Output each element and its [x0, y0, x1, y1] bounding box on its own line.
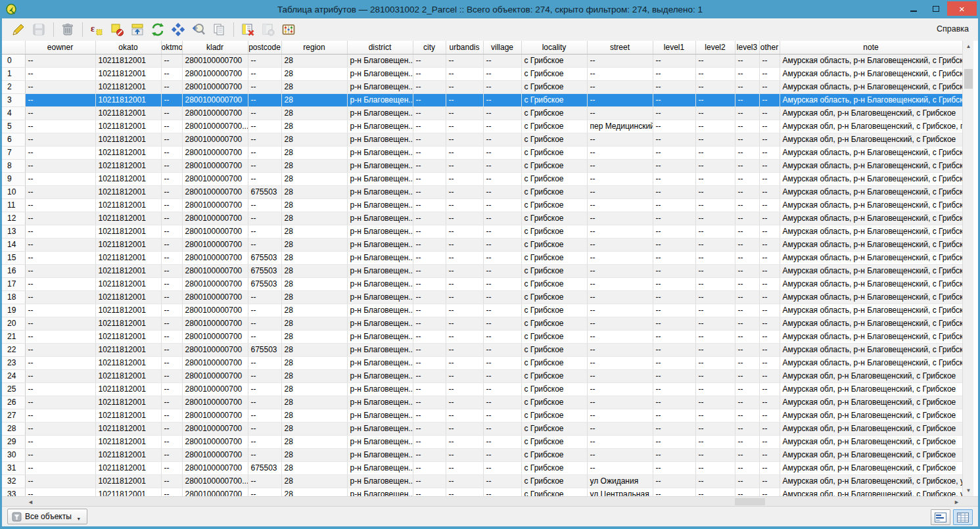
row-number[interactable]: 14: [2, 238, 25, 251]
cell[interactable]: 10211812001: [95, 343, 161, 356]
cell[interactable]: --: [695, 106, 735, 120]
cell[interactable]: с Грибское: [521, 277, 587, 290]
cell[interactable]: р-н Благовещен...: [347, 409, 413, 422]
cell[interactable]: --: [483, 317, 521, 330]
cell[interactable]: с Грибское: [521, 330, 587, 343]
cell[interactable]: --: [25, 435, 95, 448]
cell[interactable]: Амурская обл, р-н Благовещенский, с Гриб…: [780, 396, 962, 409]
row-number[interactable]: 0: [2, 54, 25, 67]
cell[interactable]: 10211812001: [95, 382, 161, 396]
cell[interactable]: Амурская область, р-н Благовещенский, с …: [780, 290, 962, 304]
cell[interactable]: --: [25, 264, 95, 277]
cell[interactable]: --: [759, 146, 780, 159]
cell[interactable]: --: [446, 488, 483, 496]
cell[interactable]: Амурская область, р-н Благовещенский, с …: [780, 251, 962, 264]
cell[interactable]: --: [695, 264, 735, 277]
cell[interactable]: с Грибское: [521, 317, 587, 330]
cell[interactable]: р-н Благовещен...: [347, 448, 413, 461]
cell[interactable]: --: [25, 290, 95, 304]
cell[interactable]: --: [248, 435, 281, 448]
cell[interactable]: с Грибское: [521, 133, 587, 146]
cell[interactable]: --: [653, 146, 695, 159]
cell[interactable]: --: [587, 330, 653, 343]
cell[interactable]: 28: [281, 277, 347, 290]
cell[interactable]: р-н Благовещен...: [347, 238, 413, 251]
cell[interactable]: с Грибское: [521, 251, 587, 264]
cell[interactable]: с Грибское: [521, 185, 587, 198]
cell[interactable]: р-н Благовещен...: [347, 277, 413, 290]
cell[interactable]: --: [759, 225, 780, 238]
cell[interactable]: 28: [281, 356, 347, 369]
cell[interactable]: --: [483, 67, 521, 80]
cell[interactable]: --: [446, 448, 483, 461]
table-row[interactable]: 21--10211812001--2800100000700--28р-н Бл…: [2, 330, 962, 343]
cell[interactable]: 2800100000700: [182, 448, 248, 461]
cell[interactable]: --: [759, 488, 780, 496]
table-row[interactable]: 12--10211812001--2800100000700--28р-н Бл…: [2, 212, 962, 225]
cell[interactable]: 2800100000700: [182, 277, 248, 290]
cell[interactable]: --: [483, 422, 521, 435]
cell[interactable]: --: [483, 93, 521, 106]
cell[interactable]: --: [161, 120, 182, 133]
scroll-up-arrow-icon[interactable]: ▲: [963, 41, 974, 52]
cell[interactable]: --: [695, 488, 735, 496]
cell[interactable]: --: [587, 67, 653, 80]
cell[interactable]: 2800100000700: [182, 238, 248, 251]
cell[interactable]: 10211812001: [95, 133, 161, 146]
cell[interactable]: ул Ожидания: [587, 474, 653, 488]
cell[interactable]: --: [695, 54, 735, 67]
row-number[interactable]: 17: [2, 277, 25, 290]
cell[interactable]: Амурская обл, р-н Благовещенский, с Гриб…: [780, 382, 962, 396]
cell[interactable]: 10211812001: [95, 106, 161, 120]
cell[interactable]: --: [587, 185, 653, 198]
cell[interactable]: 2800100000700: [182, 396, 248, 409]
cell[interactable]: --: [735, 369, 759, 382]
cell[interactable]: р-н Благовещен...: [347, 251, 413, 264]
cell[interactable]: 10211812001: [95, 185, 161, 198]
cell[interactable]: --: [483, 488, 521, 496]
cell[interactable]: --: [735, 264, 759, 277]
cell[interactable]: --: [248, 54, 281, 67]
cell[interactable]: --: [161, 422, 182, 435]
cell[interactable]: р-н Благовещен...: [347, 461, 413, 474]
corner-header-cell[interactable]: [2, 41, 25, 54]
cell[interactable]: 10211812001: [95, 330, 161, 343]
cell[interactable]: --: [587, 106, 653, 120]
cell[interactable]: 28: [281, 54, 347, 67]
row-number[interactable]: 4: [2, 106, 25, 120]
cell[interactable]: 28: [281, 435, 347, 448]
cell[interactable]: р-н Благовещен...: [347, 120, 413, 133]
cell[interactable]: 2800100000700...: [182, 120, 248, 133]
cell[interactable]: --: [695, 159, 735, 172]
cell[interactable]: --: [695, 448, 735, 461]
cell[interactable]: 28: [281, 396, 347, 409]
cell[interactable]: 10211812001: [95, 356, 161, 369]
cell[interactable]: --: [483, 356, 521, 369]
cell[interactable]: --: [483, 343, 521, 356]
cell[interactable]: с Грибское: [521, 356, 587, 369]
cell[interactable]: --: [248, 159, 281, 172]
cell[interactable]: --: [653, 304, 695, 317]
cell[interactable]: --: [483, 396, 521, 409]
cell[interactable]: --: [413, 356, 446, 369]
cell[interactable]: --: [413, 172, 446, 185]
row-number[interactable]: 9: [2, 172, 25, 185]
cell[interactable]: --: [248, 146, 281, 159]
cell[interactable]: --: [161, 330, 182, 343]
cell[interactable]: --: [248, 422, 281, 435]
cell[interactable]: 2800100000700: [182, 369, 248, 382]
cell[interactable]: --: [587, 251, 653, 264]
cell[interactable]: --: [161, 448, 182, 461]
table-row[interactable]: 17--10211812001--280010000070067550328р-…: [2, 277, 962, 290]
cell[interactable]: --: [25, 120, 95, 133]
row-number[interactable]: 3: [2, 93, 25, 106]
cell[interactable]: --: [446, 474, 483, 488]
cell[interactable]: --: [587, 159, 653, 172]
cell[interactable]: р-н Благовещен...: [347, 317, 413, 330]
cell[interactable]: --: [248, 198, 281, 212]
cell[interactable]: --: [446, 159, 483, 172]
cell[interactable]: --: [446, 80, 483, 93]
cell[interactable]: --: [587, 146, 653, 159]
cell[interactable]: --: [653, 185, 695, 198]
cell[interactable]: с Грибское: [521, 54, 587, 67]
